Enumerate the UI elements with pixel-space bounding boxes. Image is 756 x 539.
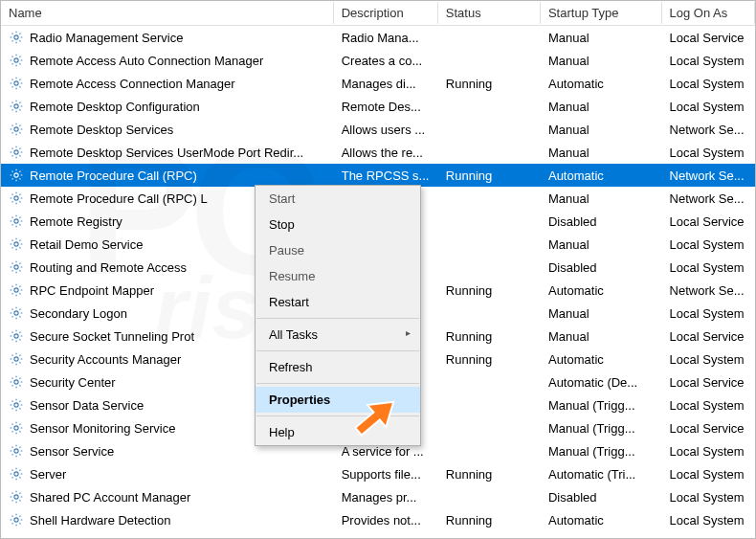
context-menu: Start Stop Pause Resume Restart All Task… (255, 185, 421, 446)
service-logon-cell: Local System (662, 258, 755, 277)
service-name-cell[interactable]: Remote Desktop Services (1, 120, 334, 139)
service-startup-cell: Automatic (541, 75, 662, 93)
svg-point-19 (14, 472, 18, 476)
gear-icon (9, 168, 24, 183)
service-description-cell: Remote Des... (334, 98, 438, 116)
svg-point-9 (14, 242, 18, 246)
menu-separator (256, 415, 419, 416)
menu-separator (256, 318, 419, 319)
column-header-logon[interactable]: Log On As (662, 2, 755, 24)
service-startup-cell: Manual (541, 190, 662, 208)
service-name-label: Remote Desktop Services UserMode Port Re… (30, 146, 303, 160)
service-startup-cell: Automatic (541, 281, 662, 300)
gear-icon (9, 213, 24, 229)
service-name-label: RPC Endpoint Mapper (30, 283, 154, 298)
menu-item-stop[interactable]: Stop (256, 212, 420, 237)
menu-item-properties[interactable]: Properties (256, 387, 420, 413)
svg-point-3 (14, 104, 18, 108)
service-startup-cell: Manual (541, 98, 662, 116)
service-name-label: Sensor Service (30, 444, 114, 459)
service-name-cell[interactable]: Shell Hardware Detection (1, 510, 334, 529)
service-name-cell[interactable]: Remote Access Connection Manager (1, 74, 334, 93)
gear-icon (9, 191, 24, 206)
service-name-cell[interactable]: Remote Desktop Configuration (1, 97, 334, 116)
svg-point-5 (14, 150, 18, 154)
service-status-cell: Running (438, 511, 541, 529)
service-row[interactable]: ServerSupports file...RunningAutomatic (… (1, 462, 755, 485)
menu-item-resume: Resume (256, 263, 420, 289)
service-startup-cell: Manual (541, 327, 662, 346)
svg-point-17 (14, 426, 18, 430)
service-row[interactable]: Remote Access Auto Connection ManagerCre… (1, 49, 755, 72)
service-name-cell[interactable]: Server (1, 464, 334, 483)
service-startup-cell: Manual (Trigg... (541, 419, 662, 438)
service-name-label: Secondary Logon (30, 306, 127, 321)
service-row[interactable]: Remote Desktop Services UserMode Port Re… (1, 141, 755, 164)
gear-icon (9, 466, 24, 482)
gear-icon (9, 30, 24, 45)
gear-icon (9, 443, 24, 459)
service-status-cell (438, 219, 541, 223)
service-description-cell: Allows users ... (334, 121, 438, 139)
column-header-description[interactable]: Description (334, 2, 438, 24)
service-name-label: Sensor Data Service (30, 398, 144, 413)
gear-icon (9, 99, 24, 114)
service-row[interactable]: Remote Desktop ServicesAllows users ...M… (1, 118, 755, 141)
service-name-label: Remote Procedure Call (RPC) (30, 168, 197, 183)
menu-item-all-tasks[interactable]: All Tasks (256, 322, 420, 348)
menu-item-pause: Pause (256, 237, 420, 263)
service-name-cell[interactable]: Radio Management Service (1, 28, 334, 47)
service-name-cell[interactable]: Remote Procedure Call (RPC) (1, 166, 334, 185)
service-logon-cell: Local System (662, 511, 755, 529)
service-row[interactable]: Remote Access Connection ManagerManages … (1, 72, 755, 95)
service-logon-cell: Local System (662, 52, 755, 70)
menu-item-refresh[interactable]: Refresh (256, 354, 420, 380)
column-header-name[interactable]: Name (1, 2, 334, 24)
service-row[interactable]: Shell Hardware DetectionProvides not...R… (1, 508, 755, 531)
service-description-cell: Manages pr... (334, 488, 438, 506)
service-status-cell: Running (438, 350, 541, 369)
column-header-startup[interactable]: Startup Type (541, 2, 662, 24)
svg-point-2 (14, 81, 18, 85)
column-header-row: Name Description Status Startup Type Log… (1, 1, 755, 26)
column-header-status[interactable]: Status (438, 2, 541, 24)
gear-icon (9, 236, 24, 252)
service-row[interactable]: Remote Desktop ConfigurationRemote Des..… (1, 95, 755, 118)
menu-separator (256, 383, 419, 384)
service-row[interactable]: Remote Procedure Call (RPC)The RPCSS s..… (1, 164, 755, 187)
service-name-label: Server (30, 467, 66, 482)
service-name-label: Shell Hardware Detection (30, 513, 170, 528)
service-logon-cell: Local System (662, 465, 755, 483)
service-row[interactable]: Radio Management ServiceRadio Mana...Man… (1, 26, 755, 49)
service-startup-cell: Manual (541, 144, 662, 162)
service-name-cell[interactable]: Shared PC Account Manager (1, 487, 334, 506)
gear-icon (9, 512, 24, 528)
service-row[interactable]: Shared PC Account ManagerManages pr...Di… (1, 485, 755, 508)
service-status-cell (438, 265, 541, 269)
service-startup-cell: Automatic (De... (541, 373, 662, 392)
service-status-cell: Running (438, 465, 541, 483)
service-logon-cell: Network Se... (662, 167, 755, 185)
service-startup-cell: Automatic (541, 350, 662, 369)
svg-point-15 (14, 380, 18, 384)
service-startup-cell: Manual (541, 52, 662, 70)
service-description-cell: Provides not... (334, 511, 438, 529)
service-name-cell[interactable]: Remote Desktop Services UserMode Port Re… (1, 143, 334, 162)
service-logon-cell: Local System (662, 442, 755, 460)
gear-icon (9, 76, 24, 91)
service-status-cell (438, 35, 541, 39)
menu-item-restart[interactable]: Restart (256, 289, 420, 315)
service-logon-cell: Local Service (662, 373, 755, 392)
service-startup-cell: Automatic (541, 511, 662, 529)
service-status-cell: Running (438, 167, 541, 185)
service-name-label: Remote Desktop Configuration (30, 100, 200, 114)
service-logon-cell: Network Se... (662, 281, 755, 300)
svg-point-0 (14, 35, 18, 39)
service-description-cell: Creates a co... (334, 52, 438, 70)
service-name-cell[interactable]: Remote Access Auto Connection Manager (1, 51, 334, 70)
gear-icon (9, 420, 24, 436)
gear-icon (9, 259, 24, 275)
svg-point-1 (14, 58, 18, 62)
service-startup-cell: Disabled (541, 213, 662, 231)
menu-item-help[interactable]: Help (256, 419, 420, 445)
